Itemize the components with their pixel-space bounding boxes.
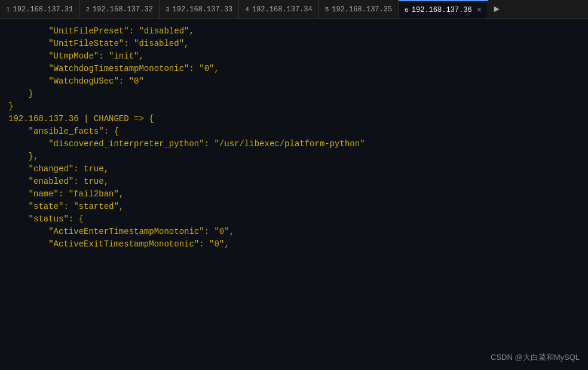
tab-1-label: 192.168.137.31	[13, 5, 74, 14]
tab-5-label: 192.168.137.35	[332, 5, 392, 14]
tab-2[interactable]: 2 192.168.137.32	[79, 0, 159, 19]
tab-2-label: 192.168.137.32	[93, 5, 153, 14]
tab-6-close[interactable]: ×	[477, 5, 482, 15]
terminal-pre: "UnitFilePreset": "disabled", "UnitFileS…	[8, 25, 580, 251]
tab-5[interactable]: 5 192.168.137.35	[319, 0, 399, 19]
terminal-content: "UnitFilePreset": "disabled", "UnitFileS…	[0, 19, 588, 370]
tab-bar: 1 192.168.137.31 2 192.168.137.32 3 192.…	[0, 0, 588, 19]
tab-4[interactable]: 4 192.168.137.34	[239, 0, 318, 19]
tab-3-label: 192.168.137.33	[172, 5, 232, 14]
tab-6[interactable]: 6 192.168.137.36 ×	[399, 0, 488, 19]
tab-3[interactable]: 3 192.168.137.33	[160, 0, 239, 19]
tab-1[interactable]: 1 192.168.137.31	[0, 0, 79, 19]
watermark: CSDN @大白菜和MySQL	[491, 352, 580, 363]
tab-more-button[interactable]: ►	[488, 0, 505, 19]
tab-4-label: 192.168.137.34	[252, 5, 313, 14]
tab-6-label: 192.168.137.36	[412, 6, 472, 14]
